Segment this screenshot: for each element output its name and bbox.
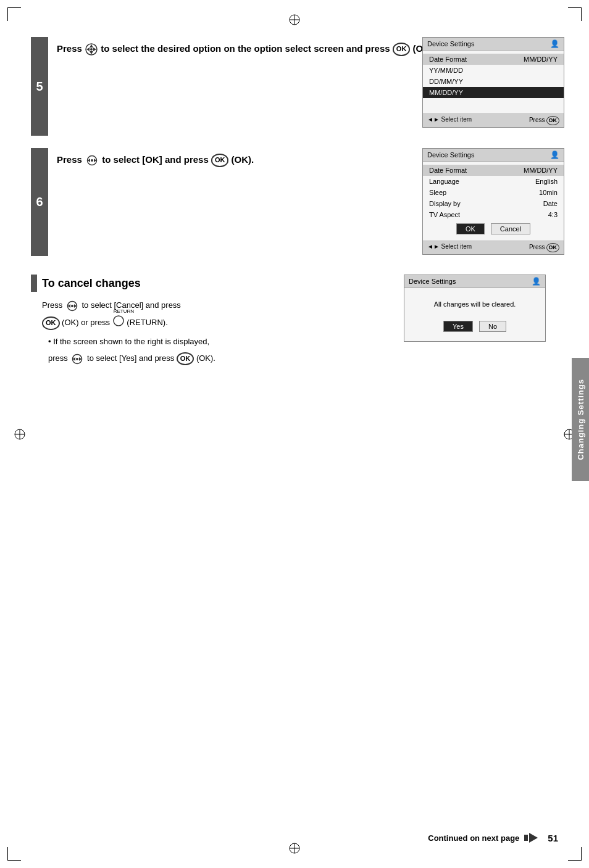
screen3-icon: 👤 <box>532 277 541 286</box>
screen2-title: Device Settings <box>427 151 474 159</box>
screen1-row-mmddyy: MM/DD/YY <box>423 87 564 98</box>
cancel-ok-icon2: OK <box>177 352 194 365</box>
screen2-icon: 👤 <box>550 151 559 159</box>
continued-arrow-icon <box>524 832 541 843</box>
cancel-lr-icon2 <box>70 353 85 365</box>
joystick-ud-icon <box>85 43 98 56</box>
reg-mark-bottom <box>288 842 301 854</box>
svg-marker-28 <box>73 357 75 361</box>
screen2-ok-icon: OK <box>546 243 560 252</box>
screen3-title: Device Settings <box>409 278 456 285</box>
reg-mark-top <box>288 14 301 26</box>
screen2-row-sleep: Sleep 10min <box>423 187 564 198</box>
crop-mark-tr <box>568 7 582 21</box>
screen2-body: Date Format MM/DD/YY Language English Sl… <box>423 162 564 241</box>
crop-mark-tl <box>7 7 21 21</box>
screen1-footer: ◄► Select item PressOK <box>423 114 564 127</box>
main-content: 5 Press to select the desired option on … <box>31 37 564 831</box>
device-screen-2: Device Settings 👤 Date Format MM/DD/YY L… <box>422 148 564 255</box>
screen2-row-language: Language English <box>423 176 564 187</box>
reg-mark-left <box>14 428 26 440</box>
svg-marker-23 <box>68 304 70 308</box>
step-5-number: 5 <box>31 37 48 136</box>
page-footer: Continued on next page 51 <box>31 832 558 843</box>
screen1-footer-left: ◄► Select item <box>427 116 472 125</box>
screen2-row-tvaspect: TV Aspect 4:3 <box>423 209 564 220</box>
cancel-line3: press to select [Yes] and press OK (OK). <box>48 351 564 365</box>
screen1-header: Device Settings 👤 <box>423 38 564 51</box>
screen3-header: Device Settings 👤 <box>404 275 545 288</box>
svg-marker-19 <box>88 159 90 162</box>
screen1-val-dateformat: MM/DD/YY <box>524 56 558 63</box>
svg-marker-14 <box>90 51 93 54</box>
screen1-footer-right: PressOK <box>529 116 559 125</box>
cancel-bar <box>31 275 37 292</box>
screen1-row-ddmmyy: DD/MM/YY <box>423 76 564 87</box>
screen2-ok-btn: OK <box>456 223 485 234</box>
svg-point-25 <box>71 305 73 307</box>
screen2-row-dateformat: Date Format MM/DD/YY <box>423 165 564 176</box>
screen3-yes-btn: Yes <box>443 321 473 332</box>
screen3-btn-row: Yes No <box>411 318 539 335</box>
screen1-body: Date Format MM/DD/YY YY/MM/DD DD/MM/YY M… <box>423 51 564 114</box>
device-screen-3: Device Settings 👤 All changes will be cl… <box>404 275 546 342</box>
device-screen-1: Device Settings 👤 Date Format MM/DD/YY Y… <box>422 37 564 128</box>
svg-marker-16 <box>93 48 96 51</box>
screen3-message: All changes will be cleared. <box>411 300 539 308</box>
screen1-row-header: Date Format MM/DD/YY <box>423 54 564 65</box>
screen3-body: All changes will be cleared. Yes No <box>404 288 545 341</box>
return-icon <box>112 315 125 327</box>
screen1-title: Device Settings <box>427 40 474 48</box>
step-6-block: 6 Press to select [OK] and press OK (OK)… <box>31 148 564 256</box>
crop-mark-br <box>568 847 582 861</box>
cancel-ok-icon: OK <box>42 316 60 329</box>
step-6-number: 6 <box>31 148 48 256</box>
screen2-btn-row: OK Cancel <box>423 220 564 238</box>
return-label-text: RETURN <box>114 307 134 316</box>
sidebar-tab: Changing Settings <box>572 358 589 481</box>
svg-point-21 <box>91 159 93 162</box>
svg-point-26 <box>114 316 123 326</box>
sidebar-tab-label: Changing Settings <box>576 379 585 460</box>
screen1-label-dateformat: Date Format <box>429 56 467 63</box>
screen2-footer-left: ◄► Select item <box>427 243 472 252</box>
svg-marker-32 <box>529 833 538 843</box>
svg-rect-31 <box>524 835 528 841</box>
cancel-section: To cancel changes Press to select [Cance… <box>31 275 564 410</box>
step-5-block: 5 Press to select the desired option on … <box>31 37 564 136</box>
screen1-icon: 👤 <box>550 39 559 48</box>
screen1-row-yymmdd: YY/MM/DD <box>423 65 564 76</box>
page-number: 51 <box>548 833 558 843</box>
screen2-row-displayby: Display by Date <box>423 198 564 209</box>
svg-marker-29 <box>79 357 81 361</box>
screen2-header: Device Settings 👤 <box>423 149 564 162</box>
screen1-ok-icon: OK <box>546 116 560 125</box>
svg-point-17 <box>90 48 93 51</box>
return-wrap: RETURN <box>112 315 125 331</box>
lr-arrow-icon <box>85 155 99 166</box>
cancel-lr-icon <box>65 300 80 312</box>
double-arrow-icon <box>524 832 541 843</box>
svg-marker-15 <box>86 48 90 51</box>
svg-marker-13 <box>90 44 93 48</box>
screen2-footer: ◄► Select item PressOK <box>423 241 564 254</box>
screen2-footer-right: PressOK <box>529 243 559 252</box>
ok-icon-step6: OK <box>211 154 229 167</box>
svg-marker-20 <box>94 159 96 162</box>
svg-marker-24 <box>74 304 77 308</box>
ok-icon-step5: OK <box>393 43 411 56</box>
svg-point-30 <box>76 358 78 360</box>
screen2-cancel-btn: Cancel <box>491 223 530 234</box>
continued-text: Continued on next page <box>428 833 519 843</box>
cancel-title: To cancel changes <box>42 277 141 290</box>
crop-mark-bl <box>7 847 21 861</box>
screen3-no-btn: No <box>479 321 506 332</box>
